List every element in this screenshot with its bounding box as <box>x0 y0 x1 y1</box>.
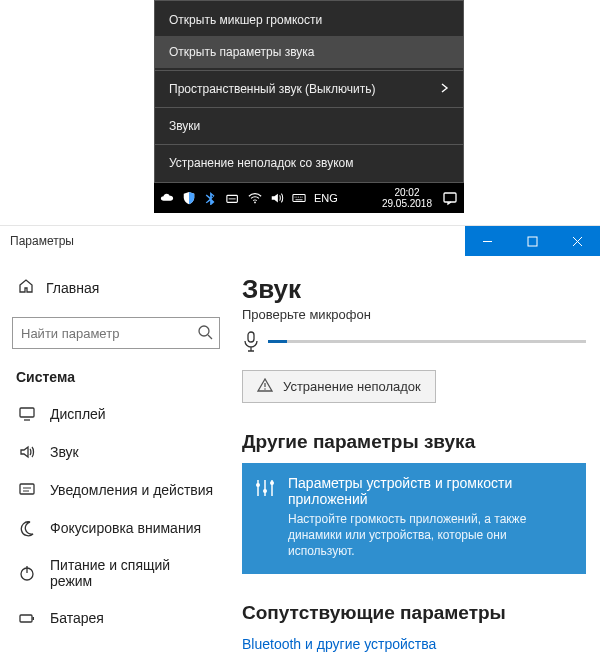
bluetooth-icon[interactable] <box>204 191 218 205</box>
tile-description: Настройте громкость приложений, а также … <box>288 511 574 560</box>
ctx-sounds[interactable]: Звуки <box>155 110 463 142</box>
sidebar-item-display[interactable]: Дисплей <box>12 395 220 433</box>
titlebar: Параметры <box>0 226 600 256</box>
taskbar: ENG 20:02 29.05.2018 <box>154 183 464 213</box>
language-indicator[interactable]: ENG <box>314 192 338 204</box>
clock[interactable]: 20:02 29.05.2018 <box>376 187 438 209</box>
troubleshoot-button[interactable]: Устранение неполадок <box>242 370 436 403</box>
sidebar-item-power[interactable]: Питание и спящий режим <box>12 547 220 599</box>
clock-time: 20:02 <box>382 187 432 198</box>
sliders-icon <box>254 477 276 499</box>
moon-icon <box>18 519 36 537</box>
clock-date: 29.05.2018 <box>382 198 432 209</box>
sidebar: Главная Система Дисплей Звук Уведомления… <box>0 256 232 665</box>
svg-rect-3 <box>444 193 456 202</box>
keyboard-icon[interactable] <box>292 191 306 205</box>
ctx-open-sound-settings[interactable]: Открыть параметры звука <box>155 36 463 68</box>
mic-test-row <box>242 330 586 352</box>
sidebar-home-label: Главная <box>46 280 99 296</box>
svg-point-25 <box>263 489 267 493</box>
sidebar-item-notifications[interactable]: Уведомления и действия <box>12 471 220 509</box>
settings-window: Параметры Главная Система <box>0 225 600 665</box>
sidebar-section-title: Система <box>12 369 220 395</box>
ctx-open-mixer[interactable]: Открыть микшер громкости <box>155 4 463 36</box>
ctx-troubleshoot[interactable]: Устранение неполадок со звуком <box>155 147 463 179</box>
sidebar-item-label: Питание и спящий режим <box>50 557 214 589</box>
link-bluetooth[interactable]: Bluetooth и другие устройства <box>242 636 586 652</box>
sidebar-item-label: Батарея <box>50 610 104 626</box>
svg-rect-2 <box>293 195 305 202</box>
defender-icon[interactable] <box>182 191 196 205</box>
battery-icon <box>18 609 36 627</box>
sidebar-item-label: Уведомления и действия <box>50 482 213 498</box>
search-input[interactable] <box>12 317 220 349</box>
troubleshoot-label: Устранение неполадок <box>283 379 421 394</box>
svg-point-1 <box>254 202 256 204</box>
search-icon <box>197 324 213 340</box>
svg-point-27 <box>270 481 274 485</box>
chevron-right-icon <box>441 82 449 96</box>
sidebar-item-label: Фокусировка внимания <box>50 520 201 536</box>
volume-icon[interactable] <box>270 191 284 205</box>
svg-rect-12 <box>20 484 34 494</box>
page-subheading: Проверьте микрофон <box>242 307 586 322</box>
mic-level-bar <box>268 340 586 343</box>
sidebar-item-focus[interactable]: Фокусировка внимания <box>12 509 220 547</box>
related-heading: Сопутствующие параметры <box>242 602 586 624</box>
svg-rect-19 <box>248 332 254 342</box>
other-sound-heading: Другие параметры звука <box>242 431 586 453</box>
svg-rect-10 <box>20 408 34 417</box>
svg-rect-18 <box>33 617 35 620</box>
wifi-icon[interactable] <box>248 191 262 205</box>
ctx-spatial-sound-label: Пространственный звук (Выключить) <box>169 82 375 96</box>
svg-rect-5 <box>528 237 537 246</box>
power-icon <box>18 564 36 582</box>
svg-line-9 <box>208 335 212 339</box>
maximize-button[interactable] <box>510 226 555 256</box>
svg-point-8 <box>199 326 209 336</box>
network-icon[interactable] <box>226 191 240 205</box>
ctx-spatial-sound[interactable]: Пространственный звук (Выключить) <box>155 73 463 105</box>
close-button[interactable] <box>555 226 600 256</box>
microphone-icon <box>242 330 260 352</box>
svg-point-21 <box>264 388 266 390</box>
home-icon <box>18 278 34 297</box>
separator <box>155 107 463 108</box>
sidebar-item-sound[interactable]: Звук <box>12 433 220 471</box>
tile-title: Параметры устройств и громкости приложен… <box>288 475 574 507</box>
content: Звук Проверьте микрофон Устранение непол… <box>232 256 600 665</box>
warning-icon <box>257 378 273 395</box>
svg-point-23 <box>256 483 260 487</box>
sidebar-item-battery[interactable]: Батарея <box>12 599 220 637</box>
notifications-icon[interactable] <box>442 190 458 206</box>
notifications-icon <box>18 481 36 499</box>
window-title: Параметры <box>0 234 465 248</box>
separator <box>155 70 463 71</box>
svg-rect-17 <box>20 615 32 622</box>
separator <box>155 144 463 145</box>
page-heading: Звук <box>242 274 586 305</box>
onedrive-icon[interactable] <box>160 191 174 205</box>
sidebar-home[interactable]: Главная <box>12 272 220 303</box>
sidebar-item-label: Дисплей <box>50 406 106 422</box>
display-icon <box>18 405 36 423</box>
sidebar-search <box>12 317 220 349</box>
volume-context-menu: Открыть микшер громкости Открыть парамет… <box>154 0 464 183</box>
minimize-button[interactable] <box>465 226 510 256</box>
sidebar-item-label: Звук <box>50 444 79 460</box>
sound-icon <box>18 443 36 461</box>
app-volume-tile[interactable]: Параметры устройств и громкости приложен… <box>242 463 586 574</box>
